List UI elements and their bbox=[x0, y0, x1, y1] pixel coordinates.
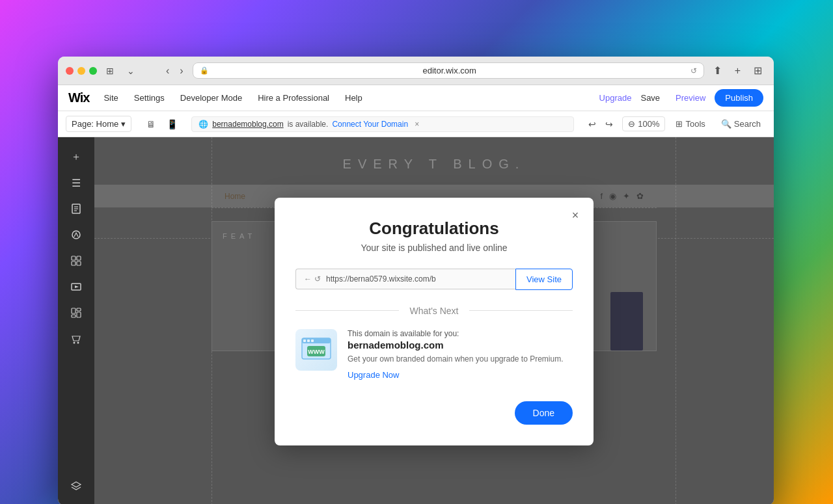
url-nav-buttons: ← ↺ bbox=[304, 274, 321, 284]
svg-rect-10 bbox=[72, 308, 75, 313]
url-reload-icon: ↺ bbox=[314, 274, 321, 284]
domain-name: bernademoblog.com bbox=[348, 339, 564, 351]
svg-point-14 bbox=[74, 342, 75, 344]
divider-line-left bbox=[295, 310, 399, 311]
save-button[interactable]: Save bbox=[634, 90, 666, 105]
svg-rect-5 bbox=[72, 256, 75, 260]
nav-buttons: ‹ › bbox=[162, 64, 187, 78]
view-site-button[interactable]: View Site bbox=[515, 269, 573, 290]
svg-rect-11 bbox=[77, 308, 81, 311]
zoom-minus-icon: ⊖ bbox=[628, 119, 635, 129]
sidebar-add-icon[interactable]: ＋ bbox=[64, 145, 88, 168]
wix-menubar: Wix Site Settings Developer Mode Hire a … bbox=[58, 85, 774, 111]
sidebar-menus-icon[interactable]: ☰ bbox=[64, 171, 88, 194]
mobile-icon[interactable]: 📱 bbox=[163, 115, 181, 133]
toolbar-right: ↩ ↪ ⊖ 100% ⊞ Tools 🔍 Search bbox=[584, 116, 766, 132]
upgrade-button[interactable]: Upgrade bbox=[599, 93, 632, 103]
url-bar[interactable]: 🔒 editor.wix.com ↺ bbox=[193, 62, 704, 79]
url-row: ← ↺ https://berna0579.wixsite.com/b View… bbox=[295, 269, 573, 290]
tab-overview-button[interactable]: ⊞ bbox=[750, 63, 766, 78]
forward-button[interactable]: › bbox=[176, 64, 187, 78]
svg-point-15 bbox=[77, 342, 79, 344]
menu-item-hire[interactable]: Hire a Professional bbox=[251, 90, 336, 105]
modal-close-button[interactable]: × bbox=[566, 207, 584, 225]
menu-item-settings[interactable]: Settings bbox=[128, 90, 171, 105]
menu-item-developer[interactable]: Developer Mode bbox=[174, 90, 249, 105]
tools-label: Tools bbox=[685, 119, 705, 129]
menu-item-site[interactable]: Site bbox=[97, 90, 124, 105]
publish-button[interactable]: Publish bbox=[715, 89, 763, 107]
search-icon: 🔍 bbox=[721, 119, 731, 129]
upgrade-now-link[interactable]: Upgrade Now bbox=[348, 370, 400, 380]
wix-logo: Wix bbox=[68, 90, 89, 105]
domain-available-text: is available. bbox=[288, 120, 329, 129]
undo-redo: ↩ ↪ bbox=[584, 116, 617, 132]
mac-window: ⊞ ⌄ ‹ › 🔒 editor.wix.com ↺ ⬆ + ⊞ Wix Sit… bbox=[58, 57, 774, 504]
svg-rect-17 bbox=[302, 338, 331, 343]
domain-bar-close-button[interactable]: × bbox=[415, 120, 419, 129]
sidebar-apps-icon[interactable] bbox=[64, 249, 88, 272]
minimize-traffic-light[interactable] bbox=[77, 67, 85, 75]
back-button[interactable]: ‹ bbox=[162, 64, 173, 78]
new-tab-button[interactable]: + bbox=[731, 64, 744, 78]
reload-icon[interactable]: ↺ bbox=[690, 66, 697, 75]
svg-text:WWW: WWW bbox=[308, 349, 325, 355]
done-button[interactable]: Done bbox=[515, 401, 573, 425]
svg-rect-18 bbox=[303, 339, 306, 342]
traffic-lights bbox=[66, 67, 97, 75]
url-text: editor.wix.com bbox=[213, 66, 687, 75]
editor-content: ＋ ☰ bbox=[58, 137, 774, 504]
congratulations-modal: × Congratulations Your site is published… bbox=[275, 198, 594, 445]
modal-footer: Done bbox=[295, 401, 573, 425]
redo-button[interactable]: ↪ bbox=[601, 116, 617, 132]
search-button[interactable]: 🔍 Search bbox=[716, 116, 766, 131]
maximize-traffic-light[interactable] bbox=[89, 67, 97, 75]
sidebar-pages-icon[interactable] bbox=[64, 197, 88, 220]
whats-next-divider: What's Next bbox=[295, 306, 573, 316]
sidebar-layers-icon[interactable] bbox=[64, 474, 88, 497]
connect-domain-button[interactable]: Connect Your Domain bbox=[332, 120, 408, 129]
tools-grid-icon: ⊞ bbox=[676, 119, 683, 129]
canvas-area[interactable]: EVERY T BLOG. Home f ◉ ✦ ✿ bbox=[94, 137, 774, 504]
domain-promo-section: WWW This domain is available for you: be… bbox=[295, 329, 573, 380]
chevron-down-button[interactable]: ⌄ bbox=[123, 63, 139, 79]
page-label: Page: Home bbox=[72, 119, 118, 129]
site-url-display: ← ↺ https://berna0579.wixsite.com/b bbox=[295, 269, 515, 289]
tools-button[interactable]: ⊞ Tools bbox=[670, 116, 710, 131]
modal-subtitle: Your site is published and live online bbox=[295, 243, 573, 253]
divider-line-right bbox=[469, 310, 573, 311]
close-traffic-light[interactable] bbox=[66, 67, 74, 75]
preview-button[interactable]: Preview bbox=[669, 90, 712, 105]
search-label: Search bbox=[734, 119, 761, 129]
sidebar-toggle-button[interactable]: ⊞ bbox=[102, 63, 118, 79]
svg-rect-13 bbox=[72, 315, 75, 317]
title-bar: ⊞ ⌄ ‹ › 🔒 editor.wix.com ↺ ⬆ + ⊞ bbox=[58, 57, 774, 85]
whats-next-label: What's Next bbox=[409, 306, 458, 316]
domain-description: Get your own branded domain when you upg… bbox=[348, 353, 564, 365]
zoom-control[interactable]: ⊖ 100% bbox=[622, 116, 665, 131]
share-button[interactable]: ⬆ bbox=[709, 63, 726, 78]
domain-link[interactable]: bernademoblog.com bbox=[212, 120, 283, 129]
svg-rect-7 bbox=[72, 261, 75, 265]
menu-item-help[interactable]: Help bbox=[338, 90, 369, 105]
domain-info: This domain is available for you: bernad… bbox=[348, 329, 564, 380]
sidebar-design-icon[interactable] bbox=[64, 223, 88, 246]
toolbar-actions: ⬆ + ⊞ bbox=[709, 63, 766, 78]
svg-rect-19 bbox=[307, 339, 310, 342]
desktop-icon[interactable]: 🖥 bbox=[142, 115, 160, 133]
url-value: https://berna0579.wixsite.com/b bbox=[326, 274, 436, 284]
svg-rect-12 bbox=[77, 312, 81, 317]
domain-available-label: This domain is available for you: bbox=[348, 329, 564, 338]
domain-globe-icon: 🌐 bbox=[198, 120, 208, 129]
modal-title: Congratulations bbox=[295, 219, 573, 239]
undo-button[interactable]: ↩ bbox=[584, 116, 600, 132]
zoom-level: 100% bbox=[638, 119, 659, 129]
sidebar-media-icon[interactable] bbox=[64, 275, 88, 298]
modal-overlay: × Congratulations Your site is published… bbox=[94, 137, 774, 504]
lock-icon: 🔒 bbox=[200, 66, 209, 75]
sidebar-store-icon[interactable] bbox=[64, 327, 88, 351]
svg-rect-8 bbox=[77, 261, 81, 265]
chevron-down-icon: ▾ bbox=[121, 119, 126, 129]
sidebar-widgets-icon[interactable] bbox=[64, 301, 88, 325]
page-selector[interactable]: Page: Home ▾ bbox=[66, 116, 131, 132]
